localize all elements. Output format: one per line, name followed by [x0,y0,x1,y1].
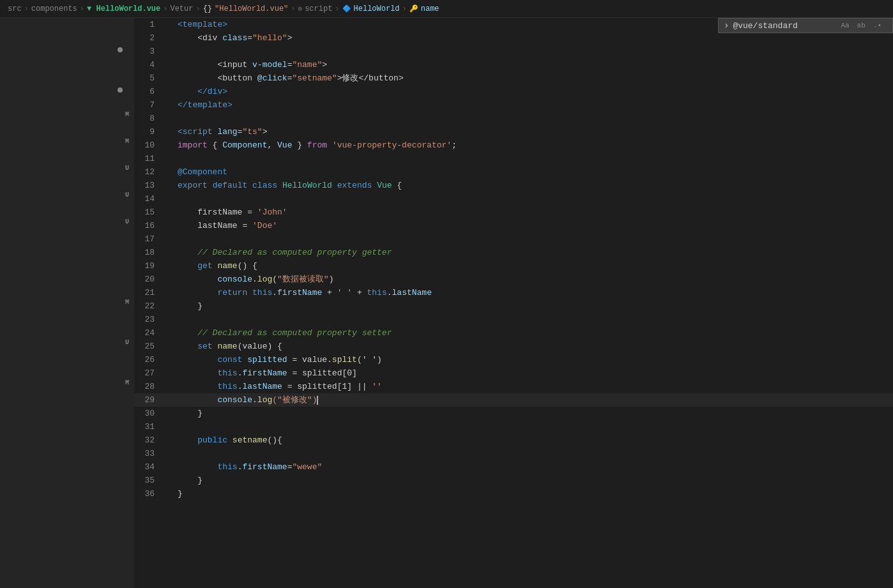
line-content: } [165,299,893,313]
line-number: 5 [134,72,165,85]
line-content: this.firstName = splitted[0] [165,366,893,380]
breadcrumb: src › components › ▼ HelloWorld.vue › Ve… [0,0,893,18]
table-row: 10import { Component, Vue } from 'vue-pr… [134,139,893,152]
token: extends [337,181,372,190]
line-number: 24 [134,326,165,340]
line-content: firstName = 'John' [165,206,893,219]
token: = [247,33,252,43]
token: 'vue-property-decorator' [332,140,452,150]
token: export [178,181,208,190]
token: "name" [292,60,322,70]
token [247,181,252,190]
token: class [222,33,247,43]
table-row: 11 [134,152,893,165]
token: <input [178,60,252,70]
table-row: 36} [134,487,893,501]
token: log [257,395,272,405]
gutter-M-3: M [125,299,129,306]
line-content: // Declared as computed property setter [165,326,893,340]
token: "hello" [252,33,287,43]
token: HelloWorld [282,181,332,190]
search-regex-btn[interactable]: .• [871,21,883,30]
token: (value) { [238,342,282,351]
line-number: 26 [134,353,165,366]
token: @Component [178,167,227,177]
line-number: 31 [134,420,165,433]
token: </div> [178,87,227,96]
token: () { [238,261,257,271]
search-input[interactable] [733,21,835,31]
line-content: this.lastName = splitted[1] || '' [165,380,893,393]
table-row: 35 } [134,474,893,487]
line-content: } [165,474,893,487]
line-content: public setname(){ [165,433,893,447]
breadcrumb-class-icon: 🔷 [342,4,351,13]
line-number: 17 [134,232,165,246]
token: "setname" [292,73,337,83]
breadcrumb-curly: {} [203,4,212,13]
token: ) [329,275,334,284]
gutter-sidebar: M M U U U M U M [0,18,134,588]
token: '' [372,382,382,391]
token: public [178,435,233,445]
token: console. [178,395,257,405]
table-row: 27 this.firstName = splitted[0] [134,366,893,380]
token: ("被修改") [272,395,317,405]
token: lang [217,127,237,137]
line-content [165,45,893,58]
line-content: <button @click="setname">修改</button> [165,72,893,85]
line-number: 30 [134,407,165,420]
line-content [165,313,893,326]
line-content: } [165,487,893,501]
table-row: 3 [134,45,893,58]
table-row: 20 console.log("数据被读取") [134,273,893,286]
token: } [178,409,202,418]
line-content [165,192,893,206]
token: set [178,342,217,351]
token: <template> [178,20,227,29]
line-number: 22 [134,299,165,313]
line-number: 20 [134,273,165,286]
token: Vue [277,140,292,150]
token: name [217,261,237,271]
token: get [178,261,217,271]
line-content: return this.firstName + ' ' + this.lastN… [165,286,893,299]
breadcrumb-script: script [305,4,332,13]
table-row: 33 [134,447,893,460]
token: splitted [247,355,287,365]
gutter-dot-1 [118,47,123,52]
line-content: </template> [165,98,893,112]
table-row: 2 <div class="hello"> [134,31,893,45]
breadcrumb-name[interactable]: name [421,4,439,13]
line-content: this.firstName="wewe" [165,460,893,474]
breadcrumb-helloworld-class[interactable]: HelloWorld [354,4,400,13]
token: } [178,476,202,485]
table-row: 19 get name() { [134,259,893,273]
table-row: 26 const splitted = value.split(' ') [134,353,893,366]
line-number: 27 [134,366,165,380]
token: lastName [242,382,282,391]
line-content: <script lang="ts"> [165,125,893,139]
line-number: 2 [134,31,165,45]
token: default [213,181,248,190]
search-whole-word-btn[interactable]: ab [855,21,867,30]
token [327,140,332,150]
token: from [307,140,327,150]
code-editor[interactable]: 1<template>2 <div class="hello">34 <inpu… [134,18,893,588]
token: ; [452,140,457,150]
search-expand-icon[interactable]: › [724,20,729,31]
token: 'John' [257,207,287,217]
search-case-sensitive-btn[interactable]: Aa [839,21,851,30]
token: console [178,275,252,284]
token: firstName [277,288,322,298]
line-content: import { Component, Vue } from 'vue-prop… [165,139,893,152]
table-row: 4 <input v-model="name"> [134,58,893,72]
breadcrumb-helloworld-vue[interactable]: ▼ HelloWorld.vue [87,4,160,13]
breadcrumb-components: components [31,4,77,13]
table-row: 12@Component [134,165,893,179]
token: return [178,288,252,298]
token: >修改</button> [337,73,404,83]
token: <div [178,33,222,43]
token: , [267,140,277,150]
line-content: const splitted = value.split(' ') [165,353,893,366]
